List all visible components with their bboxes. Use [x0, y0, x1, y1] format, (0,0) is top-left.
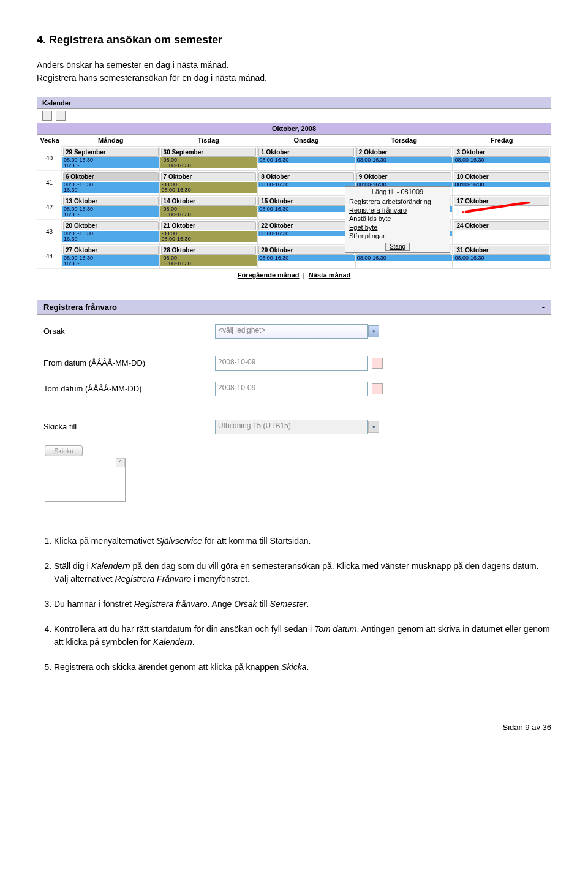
orsak-label: Orsak [43, 326, 215, 336]
calendar-date-label: 14 Oktober [161, 197, 257, 206]
calendar-date-label: 6 Oktober [63, 172, 159, 181]
calendar-day-cell[interactable]: 10 Oktober08:00-16:30 [453, 171, 551, 195]
from-date-label: From datum (ÅÅÅÅ-MM-DD) [43, 358, 215, 368]
time-bar: 08:00-16:30 [160, 236, 257, 242]
print-icon[interactable] [42, 111, 52, 121]
calendar-date-label: 31 Oktober [454, 246, 549, 255]
step-4: Kontrollera att du har rätt startdatum f… [54, 623, 551, 649]
calendar-day-cell[interactable]: 20 Oktober08:00-16:3016:30- [62, 220, 160, 244]
week-number: 41 [37, 171, 62, 195]
time-bar: 08:00-16:30 [453, 255, 550, 261]
time-bar: 16:30- [62, 236, 159, 242]
calendar-date-label: 9 Oktober [356, 172, 452, 181]
day-column-header: Torsdag [355, 135, 453, 146]
ctx-close-button[interactable]: Stäng [385, 243, 410, 251]
ctx-menu-item[interactable]: Eget byte [345, 223, 450, 232]
calendar-icon[interactable] [372, 383, 383, 394]
time-bar: 08:00-16:30 [258, 182, 355, 187]
prev-month-link[interactable]: Föregående månad [238, 271, 300, 279]
time-bar: 08:00-16:30 [258, 206, 355, 212]
calendar-date-label: 28 Oktober [161, 246, 257, 255]
calendar-day-cell[interactable]: 30 September-08:0008:00-16:30 [160, 146, 258, 171]
instruction-list: Klicka på menyalternativet Självservice … [37, 535, 551, 674]
page-icon[interactable] [56, 111, 66, 121]
ctx-menu-item[interactable]: Anställds byte [345, 214, 450, 223]
calendar-day-cell[interactable]: 28 Oktober-08:0008:00-16:30 [160, 244, 258, 269]
intro-line-1: Anders önskar ha semester en dag i nästa… [37, 60, 229, 70]
ctx-menu-item[interactable]: Registrera arbetsförändring [345, 197, 450, 206]
calendar-date-label: 2 Oktober [356, 148, 452, 157]
calendar-date-label: 27 Oktober [63, 246, 159, 255]
skicka-till-select[interactable]: Utbildning 15 (UTB15) [215, 420, 368, 434]
time-bar: 08:00-16:30 [453, 182, 550, 187]
calendar-date-label: 20 Oktober [63, 221, 159, 230]
calendar-day-cell[interactable]: 22 Oktober08:00-16:30 [257, 220, 355, 244]
tom-date-input[interactable]: 2008-10-09 [215, 382, 368, 396]
calendar-day-cell[interactable]: 1 Oktober08:00-16:30 [257, 146, 355, 171]
ctx-menu-item[interactable]: Registrera frånvaro [345, 206, 450, 214]
calendar-month: Oktober, 2008 [37, 123, 551, 135]
calendar-footer: Föregående månad | Nästa månad [37, 269, 551, 281]
calendar-day-cell[interactable]: 13 Oktober08:00-16:3016:30- [62, 195, 160, 220]
calendar-date-label: 30 September [161, 148, 257, 157]
scroll-up-icon: ^ [116, 458, 125, 467]
step-1: Klicka på menyalternativet Självservice … [54, 535, 551, 548]
comment-textarea[interactable]: ^ [45, 458, 126, 502]
calendar-day-cell[interactable]: 8 Oktober08:00-16:30 [257, 171, 355, 195]
calendar-day-cell[interactable]: 3 Oktober08:00-16:30 [453, 146, 551, 171]
calendar-day-cell[interactable]: 14 Oktober-08:0008:00-16:30 [160, 195, 258, 220]
step-3: Du hamnar i fönstret Registrera frånvaro… [54, 598, 551, 611]
from-date-input[interactable]: 2008-10-09 [215, 356, 368, 371]
day-column-header: Onsdag [257, 135, 355, 146]
step-2: Ställ dig i Kalendern på den dag som du … [54, 560, 551, 586]
calendar-day-cell[interactable]: 29 September08:00-16:3016:30- [62, 146, 160, 171]
calendar-date-label: 24 Oktober [454, 221, 549, 230]
calendar-date-label: 29 September [63, 148, 159, 157]
calendar-day-cell[interactable]: 29 Oktober08:00-16:30 [257, 244, 355, 269]
time-bar: 08:00-16:30 [160, 212, 257, 217]
calendar-toolbar [37, 109, 551, 123]
time-bar: 16:30- [62, 261, 159, 266]
calendar-date-label: 1 Oktober [258, 148, 354, 157]
skicka-button[interactable]: Skicka [45, 445, 83, 456]
week-number: 44 [37, 244, 62, 269]
chevron-down-icon: ▾ [368, 421, 379, 433]
svg-line-1 [465, 202, 530, 212]
ctx-menu-title: Lägg till - 081009 [345, 187, 450, 197]
calendar-day-cell[interactable]: 31 Oktober08:00-16:30 [453, 244, 551, 269]
intro-text: Anders önskar ha semester en dag i nästa… [37, 59, 551, 85]
time-bar: 08:00-16:30 [258, 255, 355, 261]
calendar-day-cell[interactable]: 24 Oktober [453, 220, 551, 244]
page-number: Sidan 9 av 36 [37, 723, 551, 732]
time-bar: 08:00-16:30 [160, 163, 257, 168]
next-month-link[interactable]: Nästa månad [309, 271, 350, 279]
minimize-icon[interactable]: - [542, 303, 545, 312]
time-bar: 08:00-16:30 [356, 157, 453, 163]
context-menu: Lägg till - 081009 Registrera arbetsförä… [345, 186, 450, 253]
day-column-header: Måndag [62, 135, 160, 146]
calendar-day-cell[interactable]: 6 Oktober08:00-16:3016:30- [62, 171, 160, 195]
calendar-date-label: 8 Oktober [258, 172, 354, 181]
time-bar: 08:00-16:30 [356, 255, 453, 261]
time-bar: 08:00-16:30 [160, 187, 257, 193]
orsak-select[interactable]: <välj ledighet> [215, 324, 368, 339]
ctx-menu-item[interactable]: Stämplingar [345, 232, 450, 240]
calendar-date-label: 10 Oktober [454, 172, 549, 181]
calendar-day-cell[interactable]: 21 Oktober-08:0008:00-16:30 [160, 220, 258, 244]
chevron-down-icon[interactable]: ▾ [368, 325, 379, 337]
calendar-day-cell[interactable]: 15 Oktober08:00-16:30 [257, 195, 355, 220]
time-bar: 08:00-16:30 [453, 157, 550, 163]
calendar-day-cell[interactable]: 7 Oktober-08:0008:00-16:30 [160, 171, 258, 195]
time-bar: 16:30- [62, 187, 159, 193]
calendar-day-cell[interactable]: 27 Oktober08:00-16:3016:30- [62, 244, 160, 269]
intro-line-2: Registrera hans semesteransökan för en d… [37, 73, 267, 83]
week-number: 42 [37, 195, 62, 220]
calendar-day-cell[interactable]: 2 Oktober08:00-16:30 [355, 146, 453, 171]
time-bar: 08:00-16:30 [258, 157, 355, 163]
absence-form: Registrera frånvaro - Orsak <välj ledigh… [37, 300, 551, 516]
calendar-date-label: 22 Oktober [258, 221, 354, 230]
day-column-header: Fredag [453, 135, 551, 146]
skicka-till-label: Skicka till [43, 422, 215, 431]
calendar-date-label: 13 Oktober [63, 197, 159, 206]
calendar-icon[interactable] [372, 358, 383, 369]
